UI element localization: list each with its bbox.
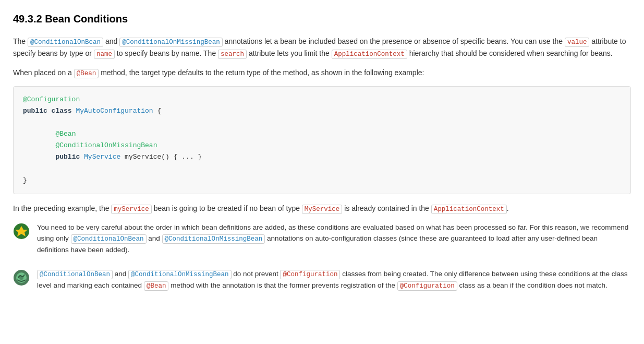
code-warn-config2: @Configuration xyxy=(397,281,457,291)
after-code-paragraph: In the preceding example, the myService … xyxy=(13,203,631,215)
after-code-text-3: is already contained in the xyxy=(342,204,431,212)
intro-text-1: The xyxy=(13,37,28,45)
page-title: 49.3.2 Bean Conditions xyxy=(13,10,631,27)
warning-text: @ConditionalOnBean and @ConditionalOnMis… xyxy=(37,268,631,291)
bean-method-paragraph: When placed on a @Bean method, the targe… xyxy=(13,67,631,79)
intro-text-2: and xyxy=(103,37,119,45)
code-name: name xyxy=(94,50,115,59)
intro-text-6: attribute lets you limit the xyxy=(247,49,332,57)
bean-method-text-1: When placed on a xyxy=(13,68,74,77)
code-warn-config: @Configuration xyxy=(280,270,340,279)
intro-paragraph: The @ConditionalOnBean and @ConditionalO… xyxy=(13,35,631,60)
after-code-text-4: . xyxy=(507,204,509,212)
code-tip-cob: @ConditionalOnBean xyxy=(71,234,147,244)
tip-icon xyxy=(13,223,30,240)
after-code-text-2: bean is going to be created if no bean o… xyxy=(152,204,302,212)
warning-icon xyxy=(13,269,30,286)
code-example: @Configuration public class MyAutoConfig… xyxy=(13,86,631,194)
code-application-context-1: ApplicationContext xyxy=(332,50,407,59)
code-my-service-type: MyService xyxy=(302,205,343,214)
intro-text-3: annotations let a bean be included based… xyxy=(223,37,565,45)
tip-note: You need to be very careful about the or… xyxy=(13,222,631,256)
code-conditional-on-missing-bean: @ConditionalOnMissingBean xyxy=(119,38,223,47)
code-tip-comb: @ConditionalOnMissingBean xyxy=(162,234,265,244)
code-bean: @Bean xyxy=(74,69,99,78)
code-warn-comb: @ConditionalOnMissingBean xyxy=(128,270,232,279)
svg-point-4 xyxy=(19,276,23,280)
bean-method-text-2: method, the target type defaults to the … xyxy=(99,68,424,77)
after-code-text-1: In the preceding example, the xyxy=(13,204,111,212)
code-my-service-instance: myService xyxy=(111,205,152,214)
code-value: value xyxy=(565,38,590,47)
code-conditional-on-bean: @ConditionalOnBean xyxy=(28,38,103,47)
code-search: search xyxy=(218,50,247,59)
code-warn-bean: @Bean xyxy=(144,281,169,291)
code-application-context-2: ApplicationContext xyxy=(431,205,507,214)
code-warn-cob: @ConditionalOnBean xyxy=(37,270,113,279)
intro-text-7: hierarchy that should be considered when… xyxy=(407,49,613,57)
intro-text-5: to specify beans by name. The xyxy=(115,49,218,57)
warning-note: @ConditionalOnBean and @ConditionalOnMis… xyxy=(13,268,631,291)
tip-text: You need to be very careful about the or… xyxy=(37,222,631,256)
